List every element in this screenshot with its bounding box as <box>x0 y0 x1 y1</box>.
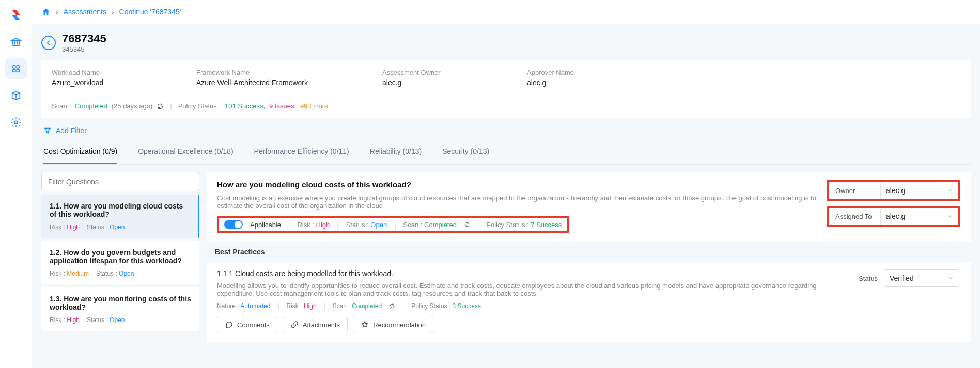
refresh-icon[interactable] <box>464 221 470 228</box>
nav-workloads[interactable] <box>5 85 27 106</box>
question-card[interactable]: 1.2. How do you govern budgets and appli… <box>41 241 199 284</box>
refresh-icon[interactable] <box>157 103 164 110</box>
workload-name-label: Workload Name <box>52 69 165 76</box>
svg-point-4 <box>14 121 18 124</box>
page-title: 7687345 <box>62 32 106 45</box>
filter-questions-input[interactable] <box>41 172 199 191</box>
page-subtitle: 345345 <box>62 45 106 53</box>
nav-governance[interactable] <box>5 31 27 53</box>
comments-button[interactable]: Comments <box>217 316 277 333</box>
bp-status-label: Status <box>859 275 878 282</box>
sidebar <box>0 0 32 368</box>
info-card: Workload Name Azure_workload Framework N… <box>41 60 971 118</box>
detail-panel: How are you modeling cloud costs of this… <box>207 172 971 342</box>
nav-assessments[interactable] <box>5 58 27 79</box>
svg-point-0 <box>12 66 15 68</box>
policy-errors: 99 Errors <box>300 102 328 110</box>
detail-meta-highlight: Applicable | Risk : High | Status : Open… <box>217 216 569 233</box>
scan-status: Completed <box>75 102 107 110</box>
detail-question-title: How are you modeling cloud costs of this… <box>217 180 817 189</box>
tab-performance-efficiency[interactable]: Performance Efficiency (0/11) <box>254 140 349 164</box>
owner-select[interactable]: alec.g <box>881 182 958 199</box>
tabs: Cost Optimization (0/9) Operational Exce… <box>41 140 971 165</box>
owner-select-highlight: Owner alec.g <box>827 180 960 201</box>
svg-point-2 <box>12 69 15 72</box>
nav-settings[interactable] <box>5 111 27 133</box>
comment-icon <box>225 321 233 329</box>
breadcrumb-current[interactable]: Continue '7687345' <box>119 8 181 16</box>
scan-age: (25 days ago) <box>112 102 153 110</box>
tab-security[interactable]: Security (0/13) <box>442 140 489 164</box>
question-title: 1.1. How are you modeling cloud costs of… <box>50 202 190 218</box>
back-button[interactable] <box>41 36 56 50</box>
assigned-select-highlight: Assigned To alec.g <box>827 206 960 227</box>
applicable-label: Applicable <box>250 221 281 229</box>
chevron-down-icon <box>947 187 953 194</box>
chevron-right-icon: › <box>56 8 58 16</box>
question-card[interactable]: 1.3. How are you monitoring costs of thi… <box>41 287 199 331</box>
question-title: 1.3. How are you monitoring costs of thi… <box>50 295 191 311</box>
policy-issues: 9 Issues, <box>269 102 296 110</box>
policy-success: 101 Success, <box>225 102 265 110</box>
approver-label: Approver Name <box>527 69 641 76</box>
bp-status-select[interactable]: Verified <box>883 269 960 287</box>
framework-name-value: Azure Well-Architected Framework <box>196 78 351 87</box>
attachments-button[interactable]: Attachments <box>283 316 348 333</box>
tab-cost-optimization[interactable]: Cost Optimization (0/9) <box>43 140 117 164</box>
star-icon <box>361 321 369 329</box>
refresh-icon[interactable] <box>389 303 395 309</box>
assigned-select-label: Assigned To <box>829 209 881 225</box>
policy-status-label: Policy Status : <box>178 102 221 110</box>
question-card[interactable]: 1.1. How are you modeling cloud costs of… <box>41 195 199 238</box>
home-icon[interactable] <box>41 7 51 17</box>
workload-name-value: Azure_workload <box>52 78 165 87</box>
owner-select-label: Owner <box>829 183 881 199</box>
framework-name-label: Framework Name <box>196 69 351 76</box>
chevron-right-icon: › <box>112 8 114 16</box>
tab-reliability[interactable]: Reliability (0/13) <box>370 140 422 164</box>
owner-value: alec.g <box>382 78 496 87</box>
chevron-down-icon <box>947 275 954 281</box>
owner-label: Assessment Owner <box>382 69 496 76</box>
best-practices-header: Best Practices <box>207 242 971 262</box>
main-content: › Assessments › Continue '7687345' 76873… <box>32 0 980 368</box>
svg-point-1 <box>16 66 19 68</box>
breadcrumb-assessments[interactable]: Assessments <box>64 8 106 16</box>
applicable-toggle[interactable] <box>224 220 243 229</box>
approver-value: alec.g <box>527 78 641 87</box>
add-filter-button[interactable]: Add Filter <box>43 126 969 135</box>
chevron-down-icon <box>947 213 953 219</box>
question-title: 1.2. How do you govern budgets and appli… <box>50 248 191 265</box>
bp-title: 1.1.1 Cloud costs are being modelled for… <box>217 269 848 278</box>
bp-desc: Modelling allows you to identify opportu… <box>217 282 848 297</box>
tab-operational-excellence[interactable]: Operational Excellence (0/18) <box>138 140 233 164</box>
assigned-select[interactable]: alec.g <box>881 208 958 225</box>
scan-label: Scan : <box>52 102 71 110</box>
app-logo <box>8 7 24 23</box>
detail-question-desc: Cost modeling is an exercise where you c… <box>217 194 817 210</box>
link-icon <box>290 321 299 329</box>
breadcrumb: › Assessments › Continue '7687345' <box>32 0 980 24</box>
recommendation-button[interactable]: Recommendation <box>353 316 433 333</box>
question-list: 1.1. How are you modeling cloud costs of… <box>41 172 199 342</box>
svg-point-3 <box>16 69 19 72</box>
